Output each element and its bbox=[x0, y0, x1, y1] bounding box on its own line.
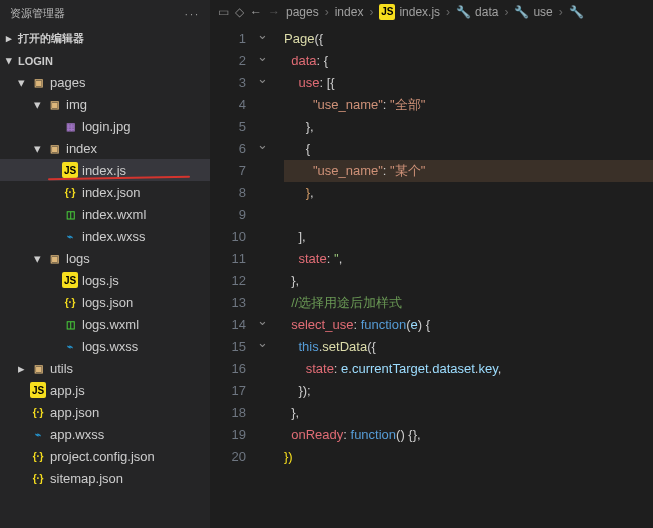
back-icon[interactable]: ← bbox=[250, 5, 262, 19]
tree-item-label: logs bbox=[66, 251, 90, 266]
crumb-index[interactable]: index bbox=[335, 5, 364, 19]
tree-item-label: project.config.json bbox=[50, 449, 155, 464]
code-line[interactable]: }, bbox=[284, 116, 653, 138]
fold-icon bbox=[254, 420, 270, 442]
tree-item-logs-js[interactable]: JSlogs.js bbox=[0, 269, 210, 291]
line-number: 16 bbox=[210, 358, 246, 380]
fold-icon[interactable]: ⌄ bbox=[254, 46, 270, 68]
line-number: 10 bbox=[210, 226, 246, 248]
line-number: 19 bbox=[210, 424, 246, 446]
tree-item-img[interactable]: ▾▣img bbox=[0, 93, 210, 115]
code-line[interactable]: select_use: function(e) { bbox=[284, 314, 653, 336]
tree-item-logs[interactable]: ▾▣logs bbox=[0, 247, 210, 269]
bookmark-icon[interactable]: ▭ bbox=[218, 5, 229, 19]
chevron-icon: ▸ bbox=[18, 361, 26, 376]
code-line[interactable]: "use_name": "全部" bbox=[284, 94, 653, 116]
crumb-use[interactable]: use bbox=[533, 5, 552, 19]
tree-item-utils[interactable]: ▸▣utils bbox=[0, 357, 210, 379]
crumb-pages[interactable]: pages bbox=[286, 5, 319, 19]
code-line[interactable]: }); bbox=[284, 380, 653, 402]
code-line[interactable]: { bbox=[284, 138, 653, 160]
code-line[interactable]: onReady: function() {}, bbox=[284, 424, 653, 446]
tree-item-pages[interactable]: ▾▣pages bbox=[0, 71, 210, 93]
code-line[interactable]: data: { bbox=[284, 50, 653, 72]
js-icon: JS bbox=[62, 162, 78, 178]
bookmark-outline-icon[interactable]: ◇ bbox=[235, 5, 244, 19]
wxss-icon: ⌁ bbox=[62, 228, 78, 244]
tree-item-app-json[interactable]: {·}app.json bbox=[0, 401, 210, 423]
img-icon: ▦ bbox=[62, 118, 78, 134]
tree-item-login-jpg[interactable]: ▦login.jpg bbox=[0, 115, 210, 137]
fold-icon bbox=[254, 178, 270, 200]
tree-item-logs-wxml[interactable]: ◫logs.wxml bbox=[0, 313, 210, 335]
fold-icon[interactable]: ⌄ bbox=[254, 310, 270, 332]
line-number: 7 bbox=[210, 160, 246, 182]
tree-item-label: login.jpg bbox=[82, 119, 130, 134]
fold-icon[interactable]: ⌄ bbox=[254, 68, 270, 90]
tree-item-logs-json[interactable]: {·}logs.json bbox=[0, 291, 210, 313]
code-line[interactable]: ], bbox=[284, 226, 653, 248]
crumb-data[interactable]: data bbox=[475, 5, 498, 19]
line-number: 1 bbox=[210, 28, 246, 50]
tree-item-index-wxss[interactable]: ⌁index.wxss bbox=[0, 225, 210, 247]
project-section[interactable]: ▾ LOGIN bbox=[0, 50, 210, 71]
fold-icon bbox=[254, 156, 270, 178]
fold-icon[interactable]: ⌄ bbox=[254, 24, 270, 46]
tree-item-app-wxss[interactable]: ⌁app.wxss bbox=[0, 423, 210, 445]
forward-icon[interactable]: → bbox=[268, 5, 280, 19]
code-lines[interactable]: Page({ data: { use: [{ "use_name": "全部" … bbox=[270, 24, 653, 528]
wxss-icon: ⌁ bbox=[62, 338, 78, 354]
tree-item-project-config-json[interactable]: {·}project.config.json bbox=[0, 445, 210, 467]
tree-item-index-wxml[interactable]: ◫index.wxml bbox=[0, 203, 210, 225]
tree-item-index[interactable]: ▾▣index bbox=[0, 137, 210, 159]
fold-icon bbox=[254, 288, 270, 310]
tree-item-label: logs.json bbox=[82, 295, 133, 310]
more-icon[interactable]: ··· bbox=[185, 8, 200, 20]
code-line[interactable]: state: '', bbox=[284, 248, 653, 270]
code-area[interactable]: 1234567891011121314151617181920 ⌄⌄⌄⌄⌄⌄ P… bbox=[210, 24, 653, 528]
fold-icon bbox=[254, 222, 270, 244]
fold-icon[interactable]: ⌄ bbox=[254, 134, 270, 156]
line-number: 14 bbox=[210, 314, 246, 336]
tree-item-app-js[interactable]: JSapp.js bbox=[0, 379, 210, 401]
line-number: 5 bbox=[210, 116, 246, 138]
folder-icon: ▣ bbox=[30, 74, 46, 90]
code-line[interactable]: use: [{ bbox=[284, 72, 653, 94]
code-line[interactable]: }, bbox=[284, 402, 653, 424]
json-icon: {·} bbox=[62, 294, 78, 310]
tree-item-sitemap-json[interactable]: {·}sitemap.json bbox=[0, 467, 210, 489]
code-line[interactable]: }, bbox=[284, 182, 653, 204]
json-icon: {·} bbox=[30, 448, 46, 464]
code-line[interactable]: }, bbox=[284, 270, 653, 292]
line-number: 6 bbox=[210, 138, 246, 160]
open-editors-section[interactable]: ▸ 打开的编辑器 bbox=[0, 27, 210, 50]
code-line[interactable]: }) bbox=[284, 446, 653, 468]
code-line[interactable]: "use_name": "某个" bbox=[284, 160, 653, 182]
tree-item-label: index.js bbox=[82, 163, 126, 178]
code-line[interactable]: Page({ bbox=[284, 28, 653, 50]
json-icon: {·} bbox=[62, 184, 78, 200]
fold-column: ⌄⌄⌄⌄⌄⌄ bbox=[254, 24, 270, 528]
fold-icon[interactable]: ⌄ bbox=[254, 332, 270, 354]
code-line[interactable] bbox=[284, 204, 653, 226]
tree-item-logs-wxss[interactable]: ⌁logs.wxss bbox=[0, 335, 210, 357]
line-number: 13 bbox=[210, 292, 246, 314]
chevron-icon: ▾ bbox=[18, 75, 26, 90]
fold-icon bbox=[254, 244, 270, 266]
json-icon: {·} bbox=[30, 470, 46, 486]
tree-item-label: index.wxss bbox=[82, 229, 146, 244]
fold-icon bbox=[254, 354, 270, 376]
line-gutter: 1234567891011121314151617181920 bbox=[210, 24, 254, 528]
crumb-file[interactable]: index.js bbox=[399, 5, 440, 19]
line-number: 3 bbox=[210, 72, 246, 94]
tree-item-index-js[interactable]: JSindex.js bbox=[0, 159, 210, 181]
fold-icon bbox=[254, 376, 270, 398]
js-icon: JS bbox=[379, 4, 395, 20]
tree-item-label: app.wxss bbox=[50, 427, 104, 442]
json-icon: {·} bbox=[30, 404, 46, 420]
code-line[interactable]: //选择用途后加样式 bbox=[284, 292, 653, 314]
code-line[interactable]: this.setData({ bbox=[284, 336, 653, 358]
code-line[interactable]: state: e.currentTarget.dataset.key, bbox=[284, 358, 653, 380]
wrench-icon: 🔧 bbox=[569, 5, 584, 19]
tree-item-index-json[interactable]: {·}index.json bbox=[0, 181, 210, 203]
